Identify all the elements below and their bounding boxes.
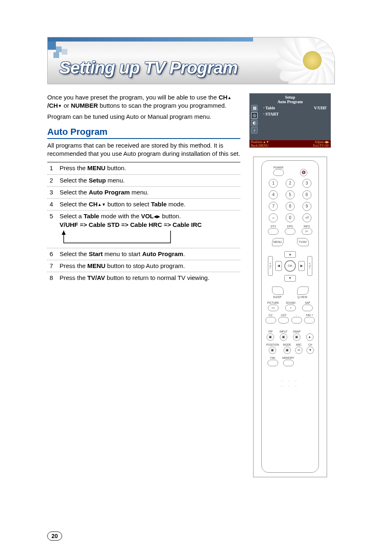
triangle-right-icon: ▶ bbox=[157, 215, 160, 219]
osd-icon-setup: ◎ bbox=[251, 112, 258, 119]
osd-item-start: · START bbox=[263, 112, 279, 116]
triangle-down-icon: ▼ bbox=[58, 104, 62, 108]
triangle-up-icon: ▲ bbox=[98, 203, 102, 207]
remote-cc-button bbox=[265, 317, 276, 324]
osd-item-table: · Table bbox=[263, 106, 279, 110]
step-row: 8Press the TV/AV button to return to nor… bbox=[47, 272, 240, 284]
remote-fav-button bbox=[267, 360, 278, 366]
osd-title-1: Setup bbox=[249, 95, 331, 99]
remote-up-button: ▲ bbox=[284, 251, 296, 258]
step-text: Select the CH▲▼ button to select Table m… bbox=[60, 200, 240, 208]
remote-position-button: ▣ bbox=[269, 347, 276, 354]
remote-num-7: 7 bbox=[269, 202, 278, 211]
step-number: 8 bbox=[47, 274, 60, 282]
osd-sidebar: ▦ ◎ ◐ ♪ bbox=[251, 105, 258, 134]
osd-icon-clock: ◐ bbox=[251, 120, 258, 126]
osd-icon-picture: ▦ bbox=[251, 105, 258, 111]
step-row: 3Select the Auto Program menu. bbox=[47, 187, 240, 199]
osd-value: V/UHF bbox=[314, 106, 327, 110]
remote-memory-button bbox=[283, 360, 294, 366]
remote-mode-button: ▣ bbox=[284, 347, 291, 354]
remote-power-button bbox=[273, 169, 284, 176]
triangle-left-icon: ◀ bbox=[154, 215, 157, 219]
remote-left-button: ◀ bbox=[275, 261, 282, 271]
remote-chdown-button: ▼ bbox=[307, 347, 314, 354]
step-text: Select the Auto Program menu. bbox=[60, 188, 240, 196]
section-body: All programs that can be received are st… bbox=[47, 141, 240, 158]
step-number: 3 bbox=[47, 188, 60, 196]
remote-sap-button bbox=[302, 305, 313, 311]
remote-tvav-button: TV/AV bbox=[297, 238, 309, 246]
remote-illustration: POWER 🔇 123456789–0⏎ DTV EPG INFOi+ MENU… bbox=[253, 157, 327, 477]
osd-screenshot: Setup Auto Program ▦ ◎ ◐ ♪ · Table · STA… bbox=[249, 93, 331, 148]
step-number: 6 bbox=[47, 250, 60, 258]
step-row: 6Select the Start menu to start Auto Pro… bbox=[47, 248, 240, 260]
remote-num-6: 6 bbox=[302, 190, 311, 199]
remote-input-button: ▣ bbox=[280, 333, 287, 341]
step-text: Press the MENU button. bbox=[60, 164, 240, 172]
page-banner: Setting up TV Program bbox=[47, 37, 335, 84]
svg-marker-0 bbox=[62, 231, 66, 235]
intro-paragraph-1: Once you have preset the program, you wi… bbox=[47, 93, 240, 110]
triangle-down-icon: ▼ bbox=[101, 203, 106, 207]
remote-vol-label-right: V O L bbox=[307, 256, 312, 276]
step-row: 2Select the Setup menu. bbox=[47, 175, 240, 187]
remote-dtv-button bbox=[268, 228, 279, 235]
remote-arc-button: ⇔ bbox=[295, 347, 302, 354]
remote-num-1: 1 bbox=[269, 179, 278, 188]
remote-num-3: 3 bbox=[302, 179, 311, 188]
remote-qview-button bbox=[297, 287, 309, 295]
remote-right-button: ▶ bbox=[298, 261, 305, 271]
step-number: 2 bbox=[47, 176, 60, 185]
step-number: 5 bbox=[47, 212, 60, 220]
remote-picture-button: ▭ bbox=[268, 305, 279, 311]
cycle-arrow-icon bbox=[60, 231, 175, 246]
remote-epg-button bbox=[285, 228, 295, 235]
step-text: Press the TV/AV button to return to norm… bbox=[60, 274, 240, 282]
remote-num-9: 9 bbox=[302, 202, 311, 211]
remote-dpad: V O L V O L ▲ ▼ ◀ ▶ OK bbox=[268, 249, 312, 284]
intro-paragraph-2: Program can be tuned using Auto or Manua… bbox=[47, 113, 240, 121]
remote-speaker-dots: ◦ ◦ ◦◦ ◦ ◦ bbox=[265, 379, 315, 389]
page-number: 20 bbox=[47, 532, 62, 541]
step-text: Select the Setup menu. bbox=[60, 176, 240, 185]
remote-swap-button: ▣ bbox=[293, 333, 300, 341]
remote-pip-button: ▣ bbox=[267, 333, 274, 341]
remote-menu-button: MENU bbox=[272, 238, 284, 246]
remote-chup-button: ▲ bbox=[306, 333, 314, 341]
steps-list: 1Press the MENU button.2Select the Setup… bbox=[47, 162, 240, 284]
flower-decoration bbox=[277, 37, 335, 84]
remote-ok-button: OK bbox=[284, 260, 296, 272]
step-text: Press the MENU button to stop Auto progr… bbox=[60, 262, 240, 270]
step-row: 7Press the MENU button to stop Auto prog… bbox=[47, 260, 240, 272]
remote-mute-button: 🔇 bbox=[300, 169, 307, 176]
page-title: Setting up TV Program bbox=[59, 58, 238, 78]
step-row: 5Select a Table mode with the VOL◀▶ butt… bbox=[47, 210, 240, 248]
remote-sleep-button bbox=[272, 287, 284, 295]
osd-icon-sound: ♪ bbox=[251, 127, 258, 134]
step-row: 4Select the CH▲▼ button to select Table … bbox=[47, 199, 240, 210]
step-row: 1Press the MENU button. bbox=[47, 162, 240, 174]
remote-favplus-button bbox=[304, 317, 315, 324]
osd-title-2: Auto Program bbox=[249, 99, 331, 104]
osd-hint-exit: Exit:TV/AV bbox=[313, 144, 329, 148]
step-text: Select the Start menu to start Auto Prog… bbox=[60, 250, 240, 258]
remote-vol-label-left: V O L bbox=[268, 256, 273, 276]
remote-num-2: 2 bbox=[286, 179, 295, 188]
section-heading: Auto Program bbox=[47, 127, 240, 139]
remote-list-button bbox=[278, 317, 289, 324]
triangle-up-icon: ▲ bbox=[228, 96, 232, 100]
remote-num-8: 8 bbox=[286, 202, 295, 211]
main-content: Once you have preset the program, you wi… bbox=[47, 93, 240, 477]
remote-num-4: 4 bbox=[269, 190, 278, 199]
remote-num-–: – bbox=[269, 213, 278, 222]
remote-num-⏎: ⏎ bbox=[302, 213, 311, 222]
remote-favminus-button bbox=[291, 317, 302, 324]
remote-num-0: 0 bbox=[286, 213, 295, 222]
step-number: 1 bbox=[47, 164, 60, 172]
osd-hint-back: Back:MENU bbox=[251, 144, 269, 148]
step-number: 7 bbox=[47, 262, 60, 270]
remote-down-button: ▼ bbox=[284, 275, 296, 282]
remote-info-button: i+ bbox=[302, 228, 312, 235]
step-number: 4 bbox=[47, 200, 60, 208]
